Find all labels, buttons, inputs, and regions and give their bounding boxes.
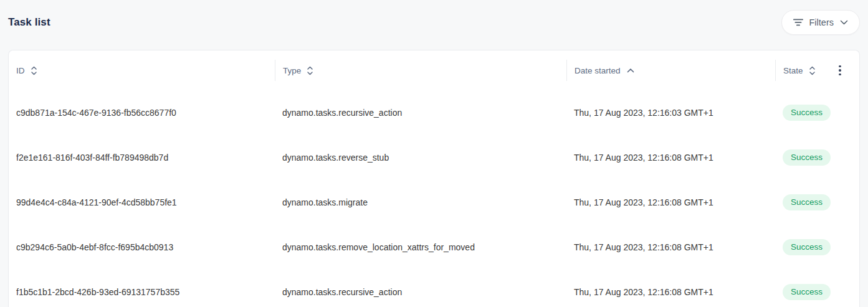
column-header-state[interactable]: State [775,60,859,81]
column-header-id[interactable]: ID [9,60,275,81]
column-header-type[interactable]: Type [275,60,566,81]
task-id-cell: c9b294c6-5a0b-4ebf-8fcc-f695b4cb0913 [9,242,275,252]
table-options-kebab-menu[interactable] [834,63,846,78]
task-id-cell: f2e1e161-816f-403f-84ff-fb789498db7d [9,153,275,163]
task-type-cell: dynamo.tasks.migrate [275,197,566,207]
sort-both-icon [31,66,37,75]
table-row[interactable]: f1b5c1b1-2bcd-426b-93ed-69131757b355 dyn… [9,270,859,307]
table-header-row: ID Type Date started [9,50,859,90]
sort-ascending-icon [626,68,635,73]
topbar: Task list Filters [0,0,868,44]
sort-both-icon [809,66,816,75]
page-title: Task list [8,16,50,29]
task-date-cell: Thu, 17 Aug 2023, 12:16:08 GMT+1 [566,242,775,252]
task-date-cell: Thu, 17 Aug 2023, 12:16:08 GMT+1 [566,153,775,163]
status-badge: Success [783,194,831,210]
status-badge: Success [783,105,831,121]
task-date-cell: Thu, 17 Aug 2023, 12:16:08 GMT+1 [566,287,775,297]
task-type-cell: dynamo.tasks.recursive_action [275,108,566,118]
task-state-cell: Success [775,149,859,166]
column-header-label: Type [283,66,301,75]
task-state-cell: Success [775,284,859,300]
task-date-cell: Thu, 17 Aug 2023, 12:16:03 GMT+1 [566,108,775,118]
task-id-cell: 99d4e4c4-c84a-4121-90ef-4cd58bb75fe1 [9,197,275,207]
chevron-down-icon [840,20,848,25]
filter-lines-icon [793,19,803,26]
task-table-card: ID Type Date started [8,50,860,307]
status-badge: Success [783,239,831,255]
column-header-label: State [783,66,803,75]
sort-both-icon [307,66,313,75]
filters-button-label: Filters [809,17,834,27]
task-type-cell: dynamo.tasks.remove_location_xattrs_for_… [275,242,566,252]
task-state-cell: Success [775,194,859,210]
column-header-date-started[interactable]: Date started [566,60,775,81]
task-id-cell: f1b5c1b1-2bcd-426b-93ed-69131757b355 [9,287,275,297]
status-badge: Success [783,284,831,300]
task-date-cell: Thu, 17 Aug 2023, 12:16:08 GMT+1 [566,197,775,207]
status-badge: Success [783,149,831,166]
task-state-cell: Success [775,105,859,121]
task-state-cell: Success [775,239,859,255]
table-row[interactable]: 99d4e4c4-c84a-4121-90ef-4cd58bb75fe1 dyn… [9,180,859,225]
task-id-cell: c9db871a-154c-467e-9136-fb56cc8677f0 [9,108,275,118]
table-row[interactable]: f2e1e161-816f-403f-84ff-fb789498db7d dyn… [9,135,859,180]
table-row[interactable]: c9db871a-154c-467e-9136-fb56cc8677f0 dyn… [9,90,859,135]
column-header-label: Date started [575,66,621,75]
column-header-label: ID [16,66,25,75]
filters-button[interactable]: Filters [781,10,860,35]
table-row[interactable]: c9b294c6-5a0b-4ebf-8fcc-f695b4cb0913 dyn… [9,225,859,270]
task-type-cell: dynamo.tasks.recursive_action [275,287,566,297]
task-type-cell: dynamo.tasks.reverse_stub [275,153,566,163]
